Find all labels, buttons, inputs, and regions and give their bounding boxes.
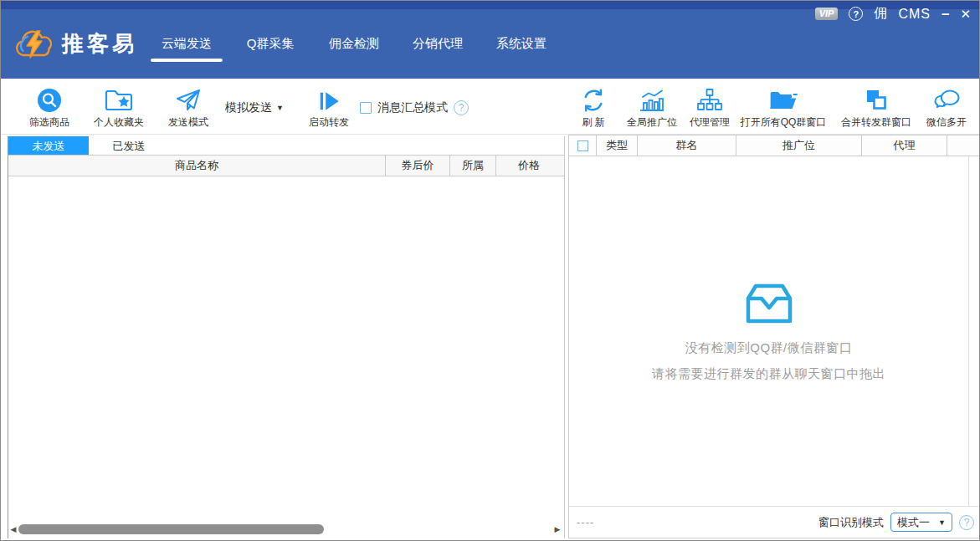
select-all-checkbox[interactable] bbox=[577, 140, 588, 151]
group-table-header: 类型 群名 推广位 代理 bbox=[569, 135, 979, 156]
col-agent: 代理 bbox=[862, 135, 947, 156]
wechat-multi-open-label: 微信多开 bbox=[926, 115, 967, 130]
vertical-scrollbar-track[interactable] bbox=[968, 156, 969, 506]
col-coupon-price: 券后价 bbox=[386, 156, 450, 176]
summary-help-icon[interactable]: ? bbox=[454, 100, 469, 115]
app-window: 推客易 云端发送 Q群采集 佣金检测 分销代理 系统设置 VIP ? 佣 CMS… bbox=[0, 0, 980, 541]
start-forward-button[interactable]: 启动转发 bbox=[309, 86, 349, 130]
open-all-qq-windows-button[interactable]: 打开所有QQ群窗口 bbox=[741, 86, 827, 130]
paper-plane-icon bbox=[175, 86, 202, 113]
send-mode-button[interactable]: 发送模式 bbox=[168, 86, 208, 130]
summary-mode-label: 消息汇总模式 bbox=[377, 100, 448, 115]
search-circle-icon bbox=[37, 86, 62, 113]
nav-tab-commission-check[interactable]: 佣金检测 bbox=[312, 9, 396, 79]
nav-tab-cloud-send[interactable]: 云端发送 bbox=[145, 9, 228, 79]
horizontal-scrollbar[interactable]: ◀ ▶ bbox=[8, 522, 564, 537]
send-mode-label: 发送模式 bbox=[168, 115, 208, 130]
open-folder-icon bbox=[768, 86, 798, 113]
window-controls: VIP ? 佣 CMS – ✕ bbox=[815, 5, 971, 23]
empty-state: 没有检测到QQ群/微信群窗口 请将需要进行群发的群从聊天窗口中拖出 bbox=[569, 156, 968, 506]
help-icon[interactable]: ? bbox=[849, 7, 863, 21]
nav-tab-qgroup-collect[interactable]: Q群采集 bbox=[228, 9, 312, 79]
close-button[interactable]: ✕ bbox=[960, 7, 971, 22]
col-price: 价格 bbox=[496, 156, 562, 176]
filter-products-button[interactable]: 筛选商品 bbox=[29, 86, 69, 130]
global-promo-label: 全局推广位 bbox=[627, 115, 677, 130]
product-table-body bbox=[8, 177, 564, 520]
folder-star-icon bbox=[105, 86, 133, 113]
mode-help-icon[interactable]: ? bbox=[959, 515, 974, 530]
group-window-panel: 类型 群名 推广位 代理 没有检测到QQ群/微信群窗口 请将需要进行群发的群从聊… bbox=[568, 135, 980, 538]
caret-down-icon: ▼ bbox=[276, 104, 284, 112]
refresh-label: 刷 新 bbox=[582, 115, 604, 130]
product-panel: 未发送 已发送 商品名称 券后价 所属 价格 ◀ ▶ bbox=[8, 136, 565, 538]
main-nav: 云端发送 Q群采集 佣金检测 分销代理 系统设置 bbox=[145, 9, 563, 79]
open-all-qq-windows-label: 打开所有QQ群窗口 bbox=[741, 115, 827, 130]
empty-state-title: 没有检测到QQ群/微信群窗口 bbox=[685, 340, 853, 356]
nav-tab-system-settings[interactable]: 系统设置 bbox=[480, 9, 563, 79]
merge-forward-windows-label: 合并转发群窗口 bbox=[841, 115, 911, 130]
select-all-cell bbox=[569, 135, 597, 156]
status-dashes: ---- bbox=[577, 516, 594, 528]
global-promo-button[interactable]: 全局推广位 bbox=[627, 86, 677, 130]
window-mode-select[interactable]: 模式一 ▼ bbox=[890, 513, 952, 532]
app-logo: 推客易 bbox=[14, 26, 137, 61]
inbox-icon bbox=[741, 280, 797, 329]
empty-state-subtitle: 请将需要进行群发的群从聊天窗口中拖出 bbox=[652, 366, 885, 382]
window-mode-label: 窗口识别模式 bbox=[818, 515, 884, 530]
tab-unsent[interactable]: 未发送 bbox=[8, 136, 89, 155]
filter-products-label: 筛选商品 bbox=[29, 115, 69, 130]
refresh-button[interactable]: 刷 新 bbox=[581, 86, 606, 130]
col-belong: 所属 bbox=[450, 156, 496, 176]
favorites-button[interactable]: 个人收藏夹 bbox=[94, 86, 144, 130]
col-group-name: 群名 bbox=[638, 135, 736, 156]
play-icon bbox=[317, 86, 341, 113]
org-tree-icon bbox=[695, 86, 724, 113]
col-type: 类型 bbox=[597, 135, 638, 156]
start-forward-label: 启动转发 bbox=[309, 115, 349, 130]
scroll-left-icon[interactable]: ◀ bbox=[8, 522, 18, 537]
merge-squares-icon bbox=[864, 86, 889, 113]
col-product-name: 商品名称 bbox=[8, 156, 386, 176]
refresh-icon bbox=[581, 86, 606, 113]
caret-down-icon: ▼ bbox=[938, 518, 946, 527]
toolbar: 筛选商品 个人收藏夹 发送模式 模拟发送 ▼ bbox=[1, 79, 979, 135]
product-tabs: 未发送 已发送 bbox=[8, 136, 564, 156]
agent-manage-button[interactable]: 代理管理 bbox=[690, 86, 730, 130]
scrollbar-thumb[interactable] bbox=[18, 524, 324, 534]
group-panel-footer: ---- 窗口识别模式 模式一 ▼ ? bbox=[569, 506, 979, 538]
scroll-right-icon[interactable]: ▶ bbox=[552, 522, 562, 537]
cloud-lightning-logo-icon bbox=[14, 26, 56, 61]
col-promo-slot: 推广位 bbox=[736, 135, 862, 156]
bar-chart-icon bbox=[638, 86, 666, 113]
cms-button[interactable]: CMS bbox=[898, 7, 931, 22]
commission-icon[interactable]: 佣 bbox=[874, 5, 887, 23]
product-table-header: 商品名称 券后价 所属 价格 bbox=[8, 156, 564, 176]
summary-mode-checkbox[interactable] bbox=[360, 102, 372, 114]
window-mode-value: 模式一 bbox=[897, 515, 930, 530]
col-filler bbox=[947, 135, 979, 156]
simulate-send-dropdown[interactable]: 模拟发送 ▼ bbox=[225, 100, 284, 115]
tab-sent[interactable]: 已发送 bbox=[89, 136, 169, 155]
agent-manage-label: 代理管理 bbox=[690, 115, 730, 130]
brand-name: 推客易 bbox=[62, 29, 137, 59]
minimize-button[interactable]: – bbox=[942, 10, 949, 18]
nav-tab-distribution-agent[interactable]: 分销代理 bbox=[396, 9, 480, 79]
summary-mode-group: 消息汇总模式 ? bbox=[360, 100, 469, 115]
favorites-label: 个人收藏夹 bbox=[94, 115, 144, 130]
window-mode-group: 窗口识别模式 模式一 ▼ ? bbox=[818, 513, 974, 532]
wechat-multi-open-button[interactable]: 微信多开 bbox=[926, 86, 967, 130]
simulate-send-label: 模拟发送 bbox=[225, 100, 272, 115]
vip-badge[interactable]: VIP bbox=[815, 8, 839, 20]
chat-bubbles-icon bbox=[933, 86, 960, 113]
merge-forward-windows-button[interactable]: 合并转发群窗口 bbox=[841, 86, 911, 130]
